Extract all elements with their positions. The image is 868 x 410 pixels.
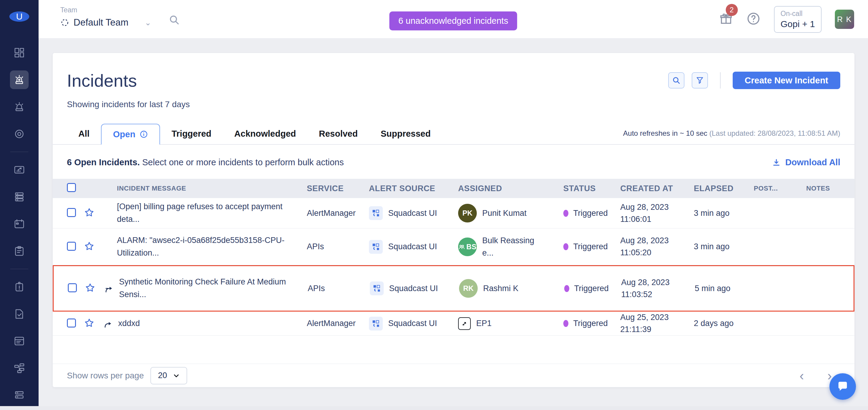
elapsed-cell: 5 min ago [695, 284, 755, 293]
squadcast-ui-icon [369, 206, 383, 220]
search-icon[interactable] [168, 14, 180, 27]
page-subtitle: Showing incidents for last 7 days [53, 91, 855, 109]
squadcast-ui-icon [369, 317, 383, 331]
create-new-incident-button[interactable]: Create New Incident [733, 72, 840, 89]
select-all-checkbox[interactable] [67, 183, 76, 192]
incident-message-link[interactable]: ALARM: "awsec2-i-05a68f25de55b3158-CPU-U… [117, 234, 297, 260]
tab-all[interactable]: All [67, 123, 101, 144]
rows-per-page-label: Show rows per page [67, 371, 144, 380]
status-cell: Triggered [563, 209, 620, 218]
oncall-icon[interactable] [10, 125, 29, 143]
postmortems-icon[interactable] [10, 278, 29, 296]
col-status: STATUS [563, 184, 620, 193]
tab-acknowledged[interactable]: Acknowledged [223, 123, 307, 144]
incident-filter-button[interactable] [692, 72, 708, 89]
assignee-initials: BS [466, 243, 476, 251]
tab-suppressed[interactable]: Suppressed [369, 123, 442, 144]
incident-search-button[interactable] [668, 72, 684, 89]
created-time: 11:06:01 [620, 215, 694, 224]
assigned-cell: EP1 [458, 317, 563, 330]
incident-row[interactable]: [Open] billing page refuses to accept pa… [53, 198, 855, 229]
assigned-cell: RK Rashmi K [459, 279, 564, 298]
divider [720, 72, 721, 89]
whats-new-button[interactable]: 2 [719, 12, 733, 27]
row-checkbox[interactable] [67, 208, 76, 217]
unacknowledged-incidents-badge[interactable]: 6 unacknowledged incidents [390, 11, 517, 30]
team-selector[interactable]: Team Default Team ⌄ [60, 6, 151, 28]
incident-row[interactable]: xddxd AlertManager Squadcast UI EP1 Trig… [53, 312, 855, 336]
rows-per-page-select[interactable]: 20 [150, 367, 187, 384]
filter-icon [695, 76, 704, 84]
topbar: Team Default Team ⌄ 6 unacknowledged inc… [38, 0, 868, 38]
chevron-down-icon[interactable]: ⌄ [145, 18, 151, 27]
assignee-name: Bulk Reassing e... [482, 235, 539, 259]
squadcast-ui-icon [369, 240, 383, 254]
alert-source-label: Squadcast UI [388, 242, 437, 251]
tab-resolved[interactable]: Resolved [307, 123, 369, 144]
runbooks-icon[interactable] [10, 386, 29, 405]
oncall-label: On-call [781, 10, 815, 18]
download-all-label: Download All [785, 158, 840, 167]
download-icon [772, 158, 781, 167]
workflows-icon[interactable] [10, 359, 29, 377]
incident-row-highlighted[interactable]: Synthetic Monitoring Check Failure At Me… [53, 265, 855, 312]
user-avatar[interactable]: R K [835, 10, 854, 29]
assignee-name: Punit Kumat [482, 207, 527, 219]
prev-page-button[interactable]: ‹ [800, 369, 804, 382]
incident-message-link[interactable]: Synthetic Monitoring Check Failure At Me… [119, 276, 294, 301]
search-icon [672, 76, 681, 85]
bulk-action-hint: Select one or more incidents to perform … [140, 158, 344, 167]
rows-per-page-value: 20 [158, 371, 167, 380]
sidebar-divider [10, 152, 28, 152]
col-incident-message: INCIDENT MESSAGE [117, 184, 186, 192]
star-icon[interactable] [85, 282, 96, 293]
analytics-icon[interactable] [10, 161, 29, 179]
dashboard-icon[interactable] [10, 43, 29, 62]
download-all-button[interactable]: Download All [772, 158, 840, 167]
services-icon[interactable] [10, 187, 29, 206]
row-checkbox[interactable] [67, 242, 76, 251]
help-button[interactable] [746, 11, 761, 27]
created-at-cell: Aug 28, 2023 11:05:20 [620, 236, 694, 258]
oncall-widget[interactable]: On-call Gopi + 1 [774, 6, 822, 33]
alert-source-cell: Squadcast UI [369, 206, 458, 220]
alert-source-cell: Squadcast UI [369, 240, 458, 254]
alert-source-label: Squadcast UI [388, 319, 437, 328]
created-date: Aug 28, 2023 [620, 236, 694, 245]
row-checkbox[interactable] [67, 318, 76, 328]
alert-source-cell: Squadcast UI [369, 317, 458, 331]
incident-row[interactable]: ALARM: "awsec2-i-05a68f25de55b3158-CPU-U… [53, 229, 855, 265]
sidebar: U [0, 0, 38, 410]
star-icon[interactable] [84, 317, 95, 329]
assignee-name: EP1 [476, 317, 492, 330]
org-avatar[interactable]: U [9, 11, 29, 22]
last-updated-text: (Last updated: 28/08/2023, 11:08:51 AM) [709, 129, 840, 137]
statuspage-icon[interactable] [10, 305, 29, 323]
status-dot [563, 243, 568, 250]
alert-source-label: Squadcast UI [388, 209, 437, 218]
incident-message-link[interactable]: [Open] billing page refuses to accept pa… [117, 201, 297, 226]
status-cell: Triggered [563, 319, 620, 328]
created-time: 21:11:39 [620, 325, 694, 334]
service-cell: APIs [308, 284, 370, 293]
status-cell: Triggered [564, 284, 621, 293]
help-icon [746, 11, 761, 26]
alerts-icon[interactable] [10, 98, 29, 116]
incident-message-link[interactable]: xddxd [118, 317, 140, 330]
incidents-icon[interactable] [10, 70, 29, 89]
escalations-icon[interactable] [10, 242, 29, 261]
alert-source-cell: Squadcast UI [370, 281, 459, 295]
tab-triggered[interactable]: Triggered [160, 123, 223, 144]
squad-icon [458, 243, 465, 250]
schedules-icon[interactable] [10, 215, 29, 233]
row-checkbox[interactable] [68, 283, 77, 292]
star-icon[interactable] [84, 241, 95, 252]
created-date: Aug 28, 2023 [621, 278, 695, 287]
star-icon[interactable] [84, 207, 95, 218]
bottom-strip [0, 406, 868, 410]
sidebar-nav [10, 43, 29, 410]
tab-open[interactable]: Open [101, 124, 160, 145]
notification-count-badge: 2 [726, 4, 738, 16]
chat-widget-button[interactable] [830, 373, 856, 400]
webforms-icon[interactable] [10, 332, 29, 350]
